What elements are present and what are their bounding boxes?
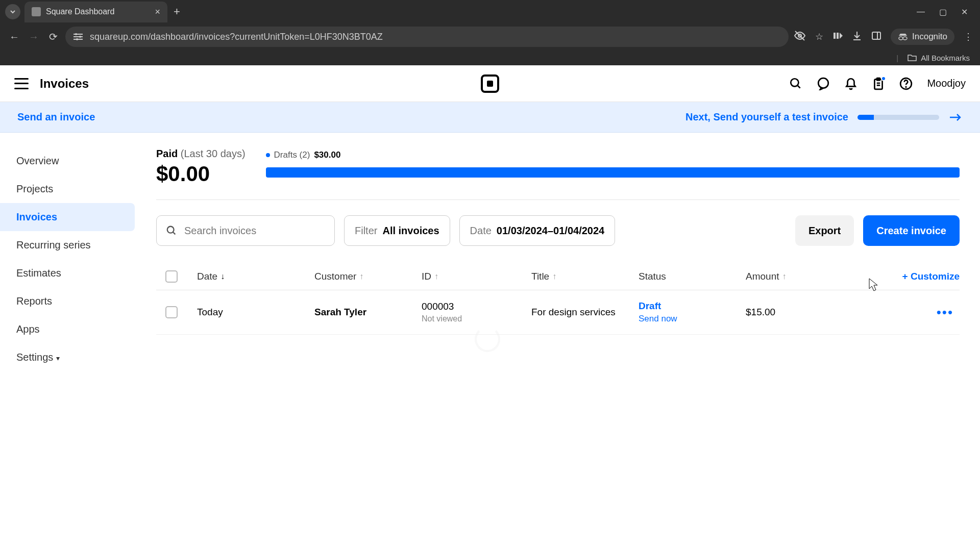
search-icon[interactable] (789, 77, 802, 90)
eye-off-icon[interactable] (794, 30, 806, 44)
sidebar-item-estimates[interactable]: Estimates (0, 259, 135, 287)
cell-status: Draft Send now (639, 300, 746, 324)
cell-title: For design services (531, 307, 639, 318)
column-id[interactable]: ID↑ (422, 271, 531, 282)
date-range-picker[interactable]: Date 01/03/2024–01/04/2024 (459, 215, 616, 246)
back-icon[interactable]: ← (7, 31, 21, 43)
drafts-label: Drafts (2) (274, 150, 310, 160)
minimize-icon[interactable]: — (917, 7, 925, 17)
bookmark-star-icon[interactable]: ☆ (815, 31, 823, 42)
customize-columns-button[interactable]: + Customize (902, 271, 960, 282)
column-status[interactable]: Status (639, 271, 746, 282)
tab-bar: Square Dashboard × + — ▢ ✕ (0, 0, 980, 23)
sidebar-item-apps[interactable]: Apps (0, 315, 135, 343)
close-window-icon[interactable]: ✕ (961, 7, 968, 17)
paid-summary: Paid (Last 30 days) $0.00 (156, 148, 246, 186)
column-amount[interactable]: Amount↑ (746, 271, 835, 282)
sidebar-item-reports[interactable]: Reports (0, 287, 135, 315)
side-panel-icon[interactable] (871, 31, 881, 43)
legend-dot (266, 153, 270, 157)
clipboard-icon[interactable] (872, 77, 885, 90)
svg-point-19 (906, 86, 906, 87)
media-control-icon[interactable] (832, 31, 843, 43)
banner-next-step[interactable]: Next, Send yourself a test invoice (685, 111, 848, 123)
paid-amount: $0.00 (156, 162, 246, 186)
svg-rect-6 (837, 33, 839, 39)
table-row[interactable]: Today Sarah Tyler 000003 Not viewed For … (156, 290, 960, 335)
sidebar-item-settings[interactable]: Settings▾ (0, 343, 135, 371)
column-customer[interactable]: Customer↑ (314, 271, 422, 282)
tab-search-dropdown[interactable] (5, 4, 20, 19)
page-title: Invoices (40, 77, 89, 91)
sidebar-item-overview[interactable]: Overview (0, 147, 135, 175)
all-bookmarks-link[interactable]: All Bookmarks (921, 54, 970, 62)
svg-point-2 (76, 38, 78, 40)
row-more-icon[interactable]: ••• (937, 305, 960, 320)
arrow-right-icon[interactable] (948, 110, 963, 124)
sidebar-item-recurring[interactable]: Recurring series (0, 231, 135, 259)
reload-icon[interactable]: ⟳ (46, 31, 60, 43)
maximize-icon[interactable]: ▢ (939, 7, 947, 17)
drafts-amount: $30.00 (314, 150, 340, 160)
site-settings-icon[interactable] (74, 33, 83, 40)
incognito-badge[interactable]: Incognito (891, 29, 954, 45)
folder-icon (908, 54, 917, 61)
url-text: squareup.com/dashboard/invoices?currentU… (90, 32, 383, 42)
svg-point-20 (167, 227, 174, 233)
search-input[interactable]: Search invoices (156, 215, 335, 246)
column-date[interactable]: Date↓ (197, 271, 314, 282)
paid-period: (Last 30 days) (181, 148, 246, 159)
cell-id-sub: Not viewed (422, 314, 531, 323)
search-placeholder: Search invoices (184, 225, 256, 237)
onboarding-progress (857, 115, 939, 120)
banner-title[interactable]: Send an invoice (17, 111, 95, 123)
incognito-label: Incognito (912, 32, 947, 42)
filter-label: Filter (355, 225, 377, 237)
square-logo[interactable] (481, 74, 499, 93)
controls-row: Search invoices Filter All invoices Date… (156, 215, 960, 246)
send-now-link[interactable]: Send now (639, 314, 746, 324)
browser-menu-icon[interactable]: ⋮ (964, 31, 973, 42)
svg-point-1 (79, 36, 81, 38)
cell-date: Today (197, 307, 314, 318)
svg-rect-5 (834, 33, 836, 39)
svg-line-21 (173, 232, 176, 235)
tab-close-icon[interactable]: × (155, 7, 160, 17)
filter-dropdown[interactable]: Filter All invoices (344, 215, 450, 246)
menu-icon[interactable] (14, 78, 29, 89)
export-button[interactable]: Export (795, 215, 854, 246)
tab-title: Square Dashboard (46, 7, 114, 16)
help-icon[interactable] (899, 77, 913, 90)
filter-value: All invoices (382, 225, 439, 237)
browser-tab[interactable]: Square Dashboard × (24, 2, 167, 22)
create-invoice-button[interactable]: Create invoice (863, 215, 960, 246)
app-header: Invoices Moodjoy (0, 65, 980, 102)
username[interactable]: Moodjoy (927, 78, 966, 89)
sidebar-item-projects[interactable]: Projects (0, 175, 135, 203)
column-title[interactable]: Title↑ (531, 271, 639, 282)
select-all-checkbox[interactable] (165, 270, 178, 283)
bookmarks-bar: | All Bookmarks (0, 50, 980, 65)
main-panel: Paid (Last 30 days) $0.00 Drafts (2) $30… (143, 133, 980, 551)
new-tab-button[interactable]: + (174, 5, 180, 18)
status-badge: Draft (639, 300, 746, 312)
bell-icon[interactable] (844, 77, 857, 90)
chat-icon[interactable] (817, 77, 830, 90)
sort-down-icon: ↓ (220, 272, 225, 281)
cell-customer: Sarah Tyler (314, 307, 422, 318)
forward-icon[interactable]: → (27, 31, 41, 43)
svg-point-10 (903, 37, 907, 40)
svg-point-0 (75, 33, 77, 35)
drafts-bar (266, 167, 960, 178)
sidebar-item-invoices[interactable]: Invoices (0, 203, 135, 231)
notification-badge (881, 76, 886, 81)
download-icon[interactable] (852, 31, 862, 43)
drafts-summary: Drafts (2) $30.00 (266, 148, 960, 178)
sort-up-icon: ↑ (359, 272, 363, 281)
table-header: Date↓ Customer↑ ID↑ Title↑ Status Amount… (156, 263, 960, 290)
svg-rect-7 (872, 32, 880, 39)
browser-chrome: Square Dashboard × + — ▢ ✕ ← → ⟳ squareu… (0, 0, 980, 65)
url-input[interactable]: squareup.com/dashboard/invoices?currentU… (65, 27, 789, 47)
row-checkbox[interactable] (165, 306, 178, 318)
cell-id: 000003 Not viewed (422, 301, 531, 323)
